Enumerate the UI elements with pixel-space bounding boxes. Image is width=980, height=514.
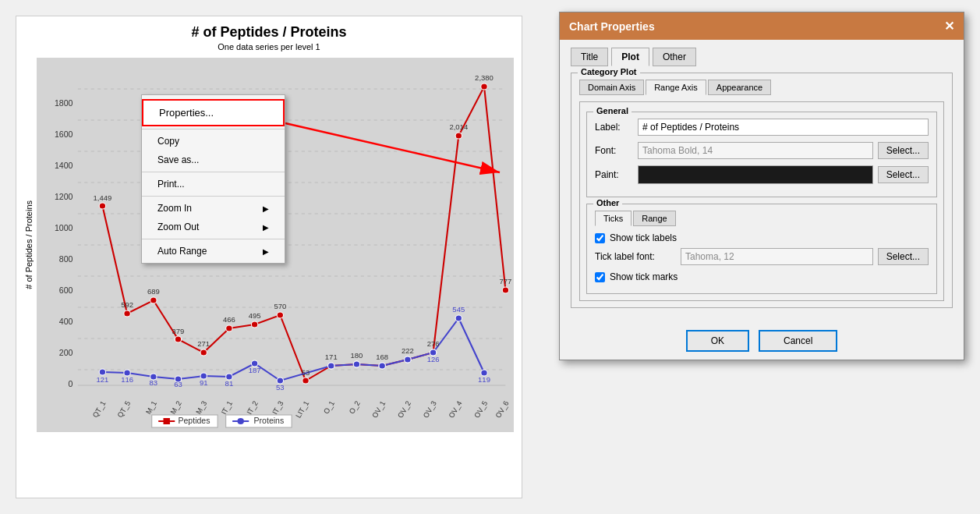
tab-range[interactable]: Range <box>633 211 675 226</box>
svg-point-39 <box>124 370 130 376</box>
dialog-footer: OK Cancel <box>560 322 964 360</box>
menu-item-auto-range[interactable]: Auto Range ▶ <box>142 242 285 261</box>
y-axis-label: # of Peptides / Proteins <box>24 200 34 289</box>
svg-text:OV_1: OV_1 <box>370 400 387 420</box>
label-field-label: Label: <box>595 122 638 133</box>
auto-range-arrow: ▶ <box>263 247 269 256</box>
dialog-title: Chart Properties <box>569 20 655 33</box>
paint-preview <box>638 165 873 184</box>
range-axis-content: General Label: Font: Select... Paint: Se… <box>579 101 944 301</box>
tab-plot[interactable]: Plot <box>611 48 649 66</box>
dialog-body: Title Plot Other Category Plot Domain Ax… <box>560 40 964 322</box>
svg-text:81: 81 <box>225 380 234 388</box>
svg-text:OV_5: OV_5 <box>472 400 489 420</box>
svg-point-38 <box>99 369 105 375</box>
context-menu[interactable]: Properties... Copy Save as... Print... Z… <box>141 94 285 264</box>
svg-text:M_1: M_1 <box>144 400 158 416</box>
tab-title[interactable]: Title <box>571 48 608 66</box>
svg-text:466: 466 <box>223 316 235 324</box>
svg-text:1000: 1000 <box>55 224 73 232</box>
svg-text:200: 200 <box>59 349 73 357</box>
svg-text:119: 119 <box>478 376 490 384</box>
svg-text:1,449: 1,449 <box>94 194 112 202</box>
tab-ticks[interactable]: Ticks <box>595 211 632 226</box>
svg-text:379: 379 <box>172 328 185 335</box>
zoom-in-arrow: ▶ <box>263 204 269 213</box>
svg-text:LIT_1: LIT_1 <box>294 400 310 420</box>
tab-appearance[interactable]: Appearance <box>708 80 771 95</box>
font-row: Font: Select... <box>595 142 929 159</box>
svg-text:Proteins: Proteins <box>254 417 285 425</box>
svg-text:1400: 1400 <box>55 161 73 170</box>
menu-separator-2 <box>142 172 285 172</box>
label-input[interactable] <box>638 119 929 136</box>
svg-point-49 <box>405 356 411 363</box>
svg-text:545: 545 <box>452 306 465 314</box>
other-inner-tabs: Ticks Range <box>595 211 929 226</box>
svg-point-44 <box>251 360 257 367</box>
menu-item-print[interactable]: Print... <box>142 175 285 193</box>
svg-point-26 <box>226 325 232 331</box>
svg-text:IT_1: IT_1 <box>220 400 234 416</box>
svg-text:63: 63 <box>174 381 182 388</box>
svg-rect-100 <box>163 418 169 424</box>
svg-text:271: 271 <box>197 340 210 348</box>
svg-text:91: 91 <box>200 379 208 387</box>
show-tick-marks-checkbox[interactable] <box>595 272 605 282</box>
chart-title: # of Peptides / Proteins <box>24 24 514 41</box>
menu-item-zoom-out[interactable]: Zoom Out ▶ <box>142 218 285 236</box>
menu-separator-1 <box>142 129 285 129</box>
svg-text:116: 116 <box>121 376 133 384</box>
menu-item-save-as[interactable]: Save as... <box>142 151 285 169</box>
svg-text:M_2: M_2 <box>169 400 183 416</box>
svg-text:IT_3: IT_3 <box>271 400 285 416</box>
svg-text:400: 400 <box>59 317 73 326</box>
svg-text:O_2: O_2 <box>348 400 362 416</box>
svg-point-48 <box>379 363 385 369</box>
menu-separator-4 <box>142 239 285 239</box>
cancel-button[interactable]: Cancel <box>759 330 837 352</box>
svg-text:168: 168 <box>376 353 388 361</box>
svg-text:495: 495 <box>249 312 261 320</box>
general-label: General <box>593 106 632 115</box>
menu-item-zoom-in[interactable]: Zoom In ▶ <box>142 199 285 218</box>
tab-range-axis[interactable]: Range Axis <box>646 80 706 95</box>
svg-point-29 <box>302 378 309 384</box>
svg-text:2,014: 2,014 <box>449 123 468 131</box>
svg-text:800: 800 <box>59 255 73 264</box>
svg-point-52 <box>481 370 487 376</box>
show-tick-marks-row: Show tick marks <box>595 271 929 282</box>
tab-domain-axis[interactable]: Domain Axis <box>579 80 644 95</box>
svg-point-51 <box>455 315 462 321</box>
svg-text:OV_6: OV_6 <box>494 400 511 420</box>
svg-point-50 <box>430 349 436 356</box>
dialog-titlebar: Chart Properties ✕ <box>560 12 964 40</box>
tick-label-font-input[interactable] <box>681 248 873 265</box>
menu-item-copy[interactable]: Copy <box>142 132 285 151</box>
svg-point-47 <box>353 361 359 367</box>
other-group: Other Ticks Range Show tick labels Tick … <box>586 204 937 294</box>
dialog-close-button[interactable]: ✕ <box>944 19 954 34</box>
show-tick-labels-checkbox[interactable] <box>595 233 605 243</box>
svg-point-23 <box>150 297 157 303</box>
svg-text:187: 187 <box>249 367 261 374</box>
svg-text:689: 689 <box>147 288 160 296</box>
svg-text:777: 777 <box>500 278 512 285</box>
category-plot-label: Category Plot <box>578 67 640 76</box>
paint-select-button[interactable]: Select... <box>878 166 929 183</box>
svg-text:53: 53 <box>276 384 285 392</box>
inner-tabs: Domain Axis Range Axis Appearance <box>579 80 944 95</box>
show-tick-marks-text: Show tick marks <box>610 271 678 282</box>
zoom-out-arrow: ▶ <box>263 223 269 232</box>
svg-text:2,380: 2,380 <box>475 74 494 82</box>
tick-label-font-select-button[interactable]: Select... <box>878 248 929 265</box>
svg-text:171: 171 <box>325 353 338 361</box>
svg-text:126: 126 <box>427 356 440 363</box>
font-input[interactable] <box>638 142 873 159</box>
paint-field-label: Paint: <box>595 169 638 180</box>
ok-button[interactable]: OK <box>686 330 749 352</box>
font-select-button[interactable]: Select... <box>878 142 929 159</box>
menu-item-properties[interactable]: Properties... <box>142 99 285 126</box>
general-group: General Label: Font: Select... Paint: Se… <box>586 112 937 197</box>
tab-other[interactable]: Other <box>653 48 696 66</box>
